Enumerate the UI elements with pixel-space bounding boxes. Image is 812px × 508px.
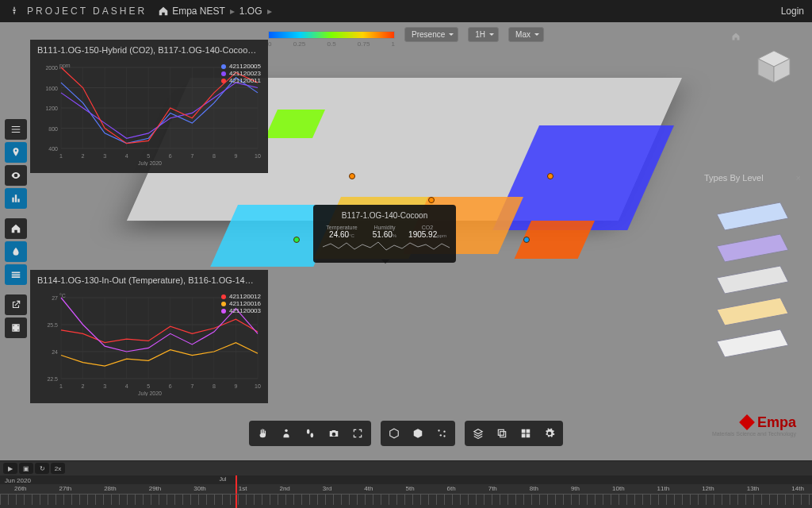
range-dropdown[interactable]: 1H [468,27,499,42]
timeline-day[interactable]: 12th [702,485,714,492]
film-icon[interactable] [5,318,27,338]
timeline-day[interactable]: 6th [447,485,456,492]
svg-point-73 [438,429,439,431]
grid-icon[interactable] [515,423,537,444]
speed-button[interactable]: 2x [51,463,65,474]
sensor-dot[interactable] [547,173,553,179]
gear-icon[interactable] [538,423,561,444]
list-icon[interactable] [5,119,27,140]
footsteps-icon[interactable] [299,423,321,444]
svg-text:1: 1 [59,383,63,389]
droplet-icon[interactable] [5,241,27,262]
sensor-dot[interactable] [349,173,355,179]
legend-tick: 0 [268,40,271,48]
legend-bar: 0 0.25 0.5 0.75 1 Presence 1H Max [268,27,544,42]
svg-point-71 [307,429,310,434]
svg-text:400: 400 [48,146,58,152]
cube-icon[interactable] [383,423,405,444]
breadcrumb-root[interactable]: Empa NEST [172,6,225,17]
svg-rect-78 [500,432,506,437]
sensor-dot[interactable] [523,237,530,243]
person-icon[interactable] [275,423,297,444]
timeline-day[interactable]: 10th [612,485,625,492]
svg-text:1600: 1600 [45,86,58,91]
svg-text:9: 9 [234,383,237,389]
breadcrumb-level[interactable]: 1.OG [239,6,262,17]
timeline-day[interactable]: 8th [530,485,538,492]
sheets-icon[interactable] [491,423,513,444]
layers-icon[interactable] [467,423,489,444]
popup-temp: Temperature 24.60°C [323,225,361,239]
eye-icon[interactable] [5,165,27,186]
timeline-day[interactable]: 27th [59,485,72,492]
left-toolbar [5,119,27,338]
play-icon[interactable]: ▶ [3,463,17,474]
svg-text:6: 6 [169,153,172,159]
agg-dropdown[interactable]: Max [508,27,544,42]
pin-icon[interactable] [5,142,27,163]
levels-stack[interactable] [709,198,796,357]
popup-humidity: Humidity 51.60% [366,225,404,239]
svg-text:3: 3 [103,383,106,389]
chart-co2[interactable]: B111-1.OG-150-Hybrid (CO2), B117-1.OG-14… [30,40,268,173]
camera-icon[interactable] [323,423,345,444]
scatter-icon[interactable] [431,423,453,444]
svg-text:7: 7 [190,383,193,389]
popup-co2: CO2 1905.92ppm [408,225,446,239]
timeline-day[interactable]: 29th [149,485,162,492]
close-icon[interactable]: × [796,173,801,183]
timeline-day[interactable]: 1st [239,485,247,492]
timeline-day[interactable]: 7th [488,485,497,492]
svg-text:27: 27 [52,295,58,301]
home-icon[interactable] [5,218,27,239]
loop-icon[interactable]: ↻ [35,463,49,474]
chart-title: B111-1.OG-150-Hybrid (CO2), B117-1.OG-14… [31,40,267,60]
svg-text:8: 8 [213,153,216,159]
timeline-day[interactable]: 26th [14,485,27,492]
viewcube[interactable] [755,48,793,86]
chart-temp[interactable]: B114-1.OG-130-In-Out (Temperature), B116… [30,270,268,403]
timeline-day[interactable]: 9th [571,485,580,492]
svg-marker-65 [717,202,788,230]
bars-icon[interactable] [5,188,27,209]
svg-text:1200: 1200 [45,106,58,111]
timeline-month-next: Jul [219,476,226,482]
popup-title: B117-1.OG-140-Cocoon [323,211,446,220]
empa-cube-icon [739,414,755,430]
timeline-day[interactable]: 4th [364,485,373,492]
svg-text:3: 3 [103,153,106,159]
empa-logo: Empa Materials Science and Technology [712,414,796,437]
sensor-dot[interactable] [428,197,435,203]
timeline-day[interactable]: 11th [657,485,670,492]
svg-text:°C: °C [59,293,66,298]
sensor-dot[interactable] [293,237,300,243]
svg-text:24: 24 [52,349,58,355]
timeline[interactable]: ▶ ▣ ↻ 2x Jun 2020 Jul 26th27th28th29th30… [0,460,812,508]
chevron-right-icon: ▸ [230,6,235,17]
types-by-level-panel[interactable]: Types By Level × [701,171,804,184]
share-icon[interactable] [5,294,27,315]
timeline-day[interactable]: 3rd [323,485,332,492]
home-icon[interactable] [158,6,169,17]
bottom-dock [249,421,563,446]
hand-icon[interactable] [251,423,274,444]
cube-solid-icon[interactable] [407,423,429,444]
home-view-icon[interactable] [731,32,741,41]
metric-dropdown[interactable]: Presence [404,27,458,42]
svg-text:July 2020: July 2020 [138,391,162,396]
chart-legend: 421120005 421120023 421120011 [221,63,261,84]
timeline-day[interactable]: 2nd [279,485,289,492]
timeline-day[interactable]: 13th [747,485,760,492]
timeline-day[interactable]: 14th [791,485,804,492]
expand-icon[interactable] [347,423,369,444]
timeline-day[interactable]: 30th [193,485,206,492]
svg-text:5: 5 [147,383,150,389]
step-icon[interactable]: ▣ [19,463,33,474]
timeline-ruler[interactable] [0,494,812,505]
stack-icon[interactable] [5,264,27,285]
timeline-day[interactable]: 28th [104,485,117,492]
login-link[interactable]: Login [781,6,804,17]
svg-text:800: 800 [48,126,58,132]
timeline-day[interactable]: 5th [405,485,414,492]
svg-text:1: 1 [59,153,63,159]
